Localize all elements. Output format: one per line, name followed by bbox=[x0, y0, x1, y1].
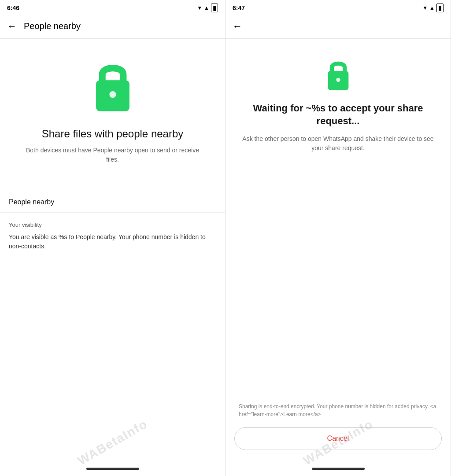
left-lock-icon-container bbox=[0, 39, 225, 127]
left-signal-icon: ▲ bbox=[204, 5, 209, 11]
left-wifi-icon: ▼ bbox=[197, 5, 202, 11]
visibility-label: Your visibility bbox=[9, 221, 216, 228]
encryption-text: Sharing is end-to-end encrypted. Your ph… bbox=[234, 402, 442, 427]
visibility-section: Your visibility You are visible as %s to… bbox=[0, 213, 225, 251]
right-home-bar bbox=[312, 468, 365, 470]
people-nearby-divider bbox=[0, 175, 225, 192]
share-subtitle: Both devices must have People nearby ope… bbox=[0, 140, 225, 164]
left-page-title: People nearby bbox=[24, 21, 81, 31]
left-home-indicator bbox=[0, 463, 225, 476]
left-status-bar: 6:46 ▼ ▲ ▮ bbox=[0, 0, 225, 14]
right-status-icons: ▼ ▲ ▮ bbox=[422, 4, 444, 12]
left-status-icons: ▼ ▲ ▮ bbox=[197, 4, 218, 12]
left-home-bar bbox=[86, 468, 139, 470]
left-screen: 6:46 ▼ ▲ ▮ ← People nearby Share files w… bbox=[0, 0, 226, 476]
left-lock-icon bbox=[84, 56, 141, 114]
left-battery-icon: ▮ bbox=[211, 4, 218, 12]
right-lock-icon bbox=[321, 56, 356, 92]
visibility-text: You are visible as %s to People nearby. … bbox=[9, 232, 216, 251]
svg-point-3 bbox=[336, 78, 340, 82]
right-screen: 6:47 ▼ ▲ ▮ ← Waiting for ~%s to accept y… bbox=[226, 0, 451, 476]
right-back-button[interactable]: ← bbox=[233, 21, 242, 32]
right-lock-icon-container bbox=[234, 48, 442, 102]
right-battery-icon: ▮ bbox=[436, 4, 444, 12]
cancel-button[interactable]: Cancel bbox=[234, 427, 442, 450]
right-wifi-icon: ▼ bbox=[422, 5, 428, 11]
right-app-bar: ← bbox=[226, 14, 451, 39]
left-status-time: 6:46 bbox=[7, 4, 19, 11]
right-status-time: 6:47 bbox=[233, 4, 245, 11]
waiting-title: Waiting for ~%s to accept your share req… bbox=[234, 102, 442, 127]
people-nearby-label: People nearby bbox=[9, 198, 54, 206]
right-status-bar: 6:47 ▼ ▲ ▮ bbox=[226, 0, 451, 14]
left-back-button[interactable]: ← bbox=[7, 21, 17, 32]
right-home-indicator bbox=[226, 463, 451, 476]
bottom-section: Sharing is end-to-end encrypted. Your ph… bbox=[234, 402, 442, 463]
right-signal-icon: ▲ bbox=[429, 5, 435, 11]
left-screen-content: Share files with people nearby Both devi… bbox=[0, 39, 225, 463]
left-app-bar: ← People nearby bbox=[0, 14, 225, 39]
share-title: Share files with people nearby bbox=[0, 127, 225, 140]
right-screen-content: Waiting for ~%s to accept your share req… bbox=[226, 39, 451, 463]
waiting-subtitle: Ask the other person to open WhatsApp an… bbox=[234, 134, 442, 153]
people-nearby-list-item[interactable]: People nearby bbox=[0, 192, 225, 213]
svg-point-1 bbox=[109, 91, 116, 98]
